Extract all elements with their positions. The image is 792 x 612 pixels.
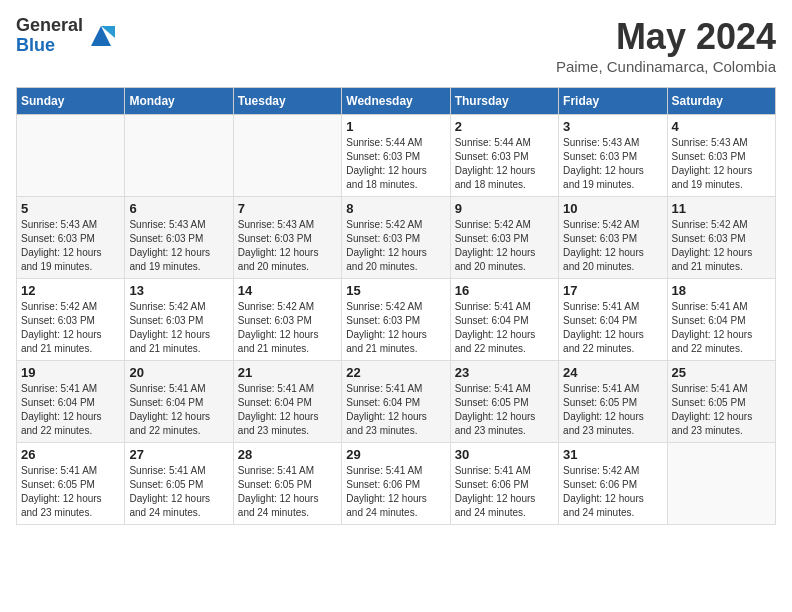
logo-blue: Blue xyxy=(16,36,83,56)
day-info: Sunrise: 5:41 AM Sunset: 6:05 PM Dayligh… xyxy=(563,382,662,438)
calendar-cell xyxy=(125,115,233,197)
calendar-cell: 23Sunrise: 5:41 AM Sunset: 6:05 PM Dayli… xyxy=(450,361,558,443)
day-info: Sunrise: 5:41 AM Sunset: 6:04 PM Dayligh… xyxy=(129,382,228,438)
day-number: 10 xyxy=(563,201,662,216)
weekday-header: Monday xyxy=(125,88,233,115)
calendar-cell: 31Sunrise: 5:42 AM Sunset: 6:06 PM Dayli… xyxy=(559,443,667,525)
day-number: 17 xyxy=(563,283,662,298)
day-number: 13 xyxy=(129,283,228,298)
calendar-cell: 11Sunrise: 5:42 AM Sunset: 6:03 PM Dayli… xyxy=(667,197,775,279)
day-info: Sunrise: 5:41 AM Sunset: 6:04 PM Dayligh… xyxy=(563,300,662,356)
day-number: 5 xyxy=(21,201,120,216)
day-number: 8 xyxy=(346,201,445,216)
day-number: 16 xyxy=(455,283,554,298)
day-info: Sunrise: 5:44 AM Sunset: 6:03 PM Dayligh… xyxy=(455,136,554,192)
calendar-cell: 19Sunrise: 5:41 AM Sunset: 6:04 PM Dayli… xyxy=(17,361,125,443)
calendar-cell: 27Sunrise: 5:41 AM Sunset: 6:05 PM Dayli… xyxy=(125,443,233,525)
day-info: Sunrise: 5:43 AM Sunset: 6:03 PM Dayligh… xyxy=(21,218,120,274)
calendar-cell: 8Sunrise: 5:42 AM Sunset: 6:03 PM Daylig… xyxy=(342,197,450,279)
calendar-cell: 6Sunrise: 5:43 AM Sunset: 6:03 PM Daylig… xyxy=(125,197,233,279)
weekday-header: Wednesday xyxy=(342,88,450,115)
calendar-cell: 3Sunrise: 5:43 AM Sunset: 6:03 PM Daylig… xyxy=(559,115,667,197)
day-number: 2 xyxy=(455,119,554,134)
calendar-cell: 14Sunrise: 5:42 AM Sunset: 6:03 PM Dayli… xyxy=(233,279,341,361)
day-number: 12 xyxy=(21,283,120,298)
day-number: 29 xyxy=(346,447,445,462)
calendar-cell: 20Sunrise: 5:41 AM Sunset: 6:04 PM Dayli… xyxy=(125,361,233,443)
calendar-cell: 17Sunrise: 5:41 AM Sunset: 6:04 PM Dayli… xyxy=(559,279,667,361)
calendar-cell: 25Sunrise: 5:41 AM Sunset: 6:05 PM Dayli… xyxy=(667,361,775,443)
day-info: Sunrise: 5:42 AM Sunset: 6:03 PM Dayligh… xyxy=(346,300,445,356)
day-info: Sunrise: 5:42 AM Sunset: 6:06 PM Dayligh… xyxy=(563,464,662,520)
day-info: Sunrise: 5:41 AM Sunset: 6:04 PM Dayligh… xyxy=(672,300,771,356)
calendar-cell: 15Sunrise: 5:42 AM Sunset: 6:03 PM Dayli… xyxy=(342,279,450,361)
day-info: Sunrise: 5:43 AM Sunset: 6:03 PM Dayligh… xyxy=(672,136,771,192)
day-number: 23 xyxy=(455,365,554,380)
day-number: 20 xyxy=(129,365,228,380)
day-number: 25 xyxy=(672,365,771,380)
day-number: 14 xyxy=(238,283,337,298)
day-info: Sunrise: 5:43 AM Sunset: 6:03 PM Dayligh… xyxy=(238,218,337,274)
day-info: Sunrise: 5:41 AM Sunset: 6:04 PM Dayligh… xyxy=(455,300,554,356)
calendar-cell xyxy=(667,443,775,525)
day-info: Sunrise: 5:41 AM Sunset: 6:05 PM Dayligh… xyxy=(238,464,337,520)
day-info: Sunrise: 5:41 AM Sunset: 6:04 PM Dayligh… xyxy=(238,382,337,438)
calendar-cell xyxy=(17,115,125,197)
calendar-week-row: 12Sunrise: 5:42 AM Sunset: 6:03 PM Dayli… xyxy=(17,279,776,361)
calendar-week-row: 26Sunrise: 5:41 AM Sunset: 6:05 PM Dayli… xyxy=(17,443,776,525)
calendar-cell: 7Sunrise: 5:43 AM Sunset: 6:03 PM Daylig… xyxy=(233,197,341,279)
page-header: General Blue May 2024 Paime, Cundinamarc… xyxy=(16,16,776,75)
title-block: May 2024 Paime, Cundinamarca, Colombia xyxy=(556,16,776,75)
location-label: Paime, Cundinamarca, Colombia xyxy=(556,58,776,75)
day-info: Sunrise: 5:41 AM Sunset: 6:06 PM Dayligh… xyxy=(455,464,554,520)
day-info: Sunrise: 5:42 AM Sunset: 6:03 PM Dayligh… xyxy=(346,218,445,274)
calendar-cell: 26Sunrise: 5:41 AM Sunset: 6:05 PM Dayli… xyxy=(17,443,125,525)
calendar-cell: 5Sunrise: 5:43 AM Sunset: 6:03 PM Daylig… xyxy=(17,197,125,279)
calendar-table: SundayMondayTuesdayWednesdayThursdayFrid… xyxy=(16,87,776,525)
day-number: 9 xyxy=(455,201,554,216)
day-number: 22 xyxy=(346,365,445,380)
day-info: Sunrise: 5:44 AM Sunset: 6:03 PM Dayligh… xyxy=(346,136,445,192)
day-number: 4 xyxy=(672,119,771,134)
day-info: Sunrise: 5:43 AM Sunset: 6:03 PM Dayligh… xyxy=(129,218,228,274)
logo: General Blue xyxy=(16,16,115,56)
logo-general: General xyxy=(16,16,83,36)
day-info: Sunrise: 5:41 AM Sunset: 6:05 PM Dayligh… xyxy=(455,382,554,438)
calendar-cell: 9Sunrise: 5:42 AM Sunset: 6:03 PM Daylig… xyxy=(450,197,558,279)
day-info: Sunrise: 5:41 AM Sunset: 6:04 PM Dayligh… xyxy=(21,382,120,438)
day-number: 19 xyxy=(21,365,120,380)
day-info: Sunrise: 5:42 AM Sunset: 6:03 PM Dayligh… xyxy=(21,300,120,356)
day-number: 18 xyxy=(672,283,771,298)
day-number: 21 xyxy=(238,365,337,380)
weekday-header: Saturday xyxy=(667,88,775,115)
day-info: Sunrise: 5:42 AM Sunset: 6:03 PM Dayligh… xyxy=(238,300,337,356)
logo-icon xyxy=(87,22,115,50)
calendar-cell: 24Sunrise: 5:41 AM Sunset: 6:05 PM Dayli… xyxy=(559,361,667,443)
day-number: 27 xyxy=(129,447,228,462)
day-number: 28 xyxy=(238,447,337,462)
calendar-cell: 16Sunrise: 5:41 AM Sunset: 6:04 PM Dayli… xyxy=(450,279,558,361)
weekday-header: Tuesday xyxy=(233,88,341,115)
calendar-cell: 21Sunrise: 5:41 AM Sunset: 6:04 PM Dayli… xyxy=(233,361,341,443)
day-number: 3 xyxy=(563,119,662,134)
day-number: 24 xyxy=(563,365,662,380)
calendar-cell xyxy=(233,115,341,197)
day-number: 6 xyxy=(129,201,228,216)
calendar-week-row: 5Sunrise: 5:43 AM Sunset: 6:03 PM Daylig… xyxy=(17,197,776,279)
day-info: Sunrise: 5:41 AM Sunset: 6:04 PM Dayligh… xyxy=(346,382,445,438)
weekday-header: Friday xyxy=(559,88,667,115)
calendar-cell: 29Sunrise: 5:41 AM Sunset: 6:06 PM Dayli… xyxy=(342,443,450,525)
day-number: 26 xyxy=(21,447,120,462)
day-info: Sunrise: 5:42 AM Sunset: 6:03 PM Dayligh… xyxy=(455,218,554,274)
weekday-header: Sunday xyxy=(17,88,125,115)
calendar-cell: 13Sunrise: 5:42 AM Sunset: 6:03 PM Dayli… xyxy=(125,279,233,361)
day-info: Sunrise: 5:43 AM Sunset: 6:03 PM Dayligh… xyxy=(563,136,662,192)
day-number: 30 xyxy=(455,447,554,462)
day-number: 15 xyxy=(346,283,445,298)
calendar-cell: 28Sunrise: 5:41 AM Sunset: 6:05 PM Dayli… xyxy=(233,443,341,525)
day-info: Sunrise: 5:41 AM Sunset: 6:05 PM Dayligh… xyxy=(672,382,771,438)
day-number: 7 xyxy=(238,201,337,216)
day-number: 31 xyxy=(563,447,662,462)
calendar-cell: 22Sunrise: 5:41 AM Sunset: 6:04 PM Dayli… xyxy=(342,361,450,443)
weekday-header: Thursday xyxy=(450,88,558,115)
